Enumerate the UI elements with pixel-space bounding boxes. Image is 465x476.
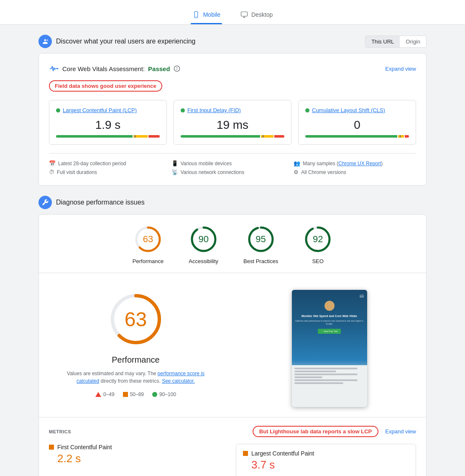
ss-bar-4 [294, 376, 322, 378]
vital-cls-bar-needs [398, 135, 404, 138]
vital-fid-value: 19 ms [181, 118, 284, 132]
section2-header: Diagnose performance issues [38, 196, 427, 209]
vital-lcp-bar-good [56, 135, 133, 138]
perf-left: 63 Performance Values are estimated and … [39, 290, 232, 407]
perf-calculator-link[interactable]: See calculator. [162, 378, 195, 384]
vital-fid-label[interactable]: First Input Delay (FID) [187, 107, 241, 113]
vital-lcp-bar-poor [148, 135, 160, 138]
legend-red-icon [95, 392, 101, 397]
chrome-ux-link[interactable]: Chrome UX Report [338, 161, 381, 166]
vital-fid-bar [181, 135, 284, 138]
vital-cls-bar-marker [400, 135, 401, 138]
metrics-label: METRICS [49, 429, 71, 434]
legend-orange: 50–89 [123, 392, 144, 397]
score-seo[interactable]: 92 SEO [303, 225, 332, 264]
vital-fid-bar-marker [263, 135, 263, 138]
slow-lcp-banner: But Lighthouse lab data reports a slow L… [253, 426, 378, 437]
vital-lcp-value: 1.9 s [56, 118, 160, 132]
vital-lcp-bar-needs [133, 135, 148, 138]
tab-desktop[interactable]: Desktop [239, 7, 274, 24]
ss-bar-3 [294, 374, 358, 375]
vital-cls-dot [305, 108, 309, 113]
section2-title: Diagnose performance issues [56, 199, 145, 206]
score-seo-circle: 92 [303, 225, 332, 254]
diagnose-card: 63 Performance 90 Accessibility [38, 214, 427, 476]
metric-lcp-name: Largest Contentful Paint [251, 450, 314, 457]
perf-desc-part2: directly from these metrics. [99, 378, 162, 384]
metrics-header-row: METRICS But Lighthouse lab data reports … [49, 426, 416, 437]
score-performance-value: 63 [143, 234, 153, 245]
data-note-col-2: 📱 Various mobile devices 📡 Various netwo… [171, 160, 294, 175]
ss-menu-bar [295, 295, 364, 297]
users-icon [41, 38, 49, 45]
metric-fcp: First Contentful Paint 2.2 s [49, 444, 229, 476]
tab-mobile-label: Mobile [203, 11, 220, 18]
main-content: Discover what your real users are experi… [32, 25, 433, 476]
vital-lcp-label[interactable]: Largest Contentful Paint (LCP) [63, 107, 137, 113]
svg-point-7 [57, 68, 59, 69]
calendar-icon: 📅 [49, 160, 56, 166]
score-seo-label: SEO [312, 258, 323, 264]
section1-header: Discover what your real users are experi… [38, 35, 427, 48]
note-samples: 👥 Many samples (Chrome UX Report) [294, 160, 416, 166]
metrics-grid: First Contentful Paint 2.2 s Largest Con… [49, 444, 416, 476]
vital-fid-bar-poor [274, 135, 284, 138]
url-origin-button[interactable]: Origin [400, 36, 426, 47]
ss-headline-text: Monitor Site Speed and Core Web Vitals [301, 314, 357, 318]
vital-cls-label[interactable]: Cumulative Layout Shift (CLS) [312, 107, 385, 113]
section1-header-left: Discover what your real users are experi… [38, 35, 195, 48]
score-performance-label: Performance [133, 258, 164, 264]
vital-fid-label-row: First Input Delay (FID) [181, 107, 284, 113]
metrics-expand-view[interactable]: Expand view [385, 428, 416, 435]
score-accessibility-label: Accessibility [189, 258, 218, 264]
ss-menu-line [360, 297, 364, 297]
cwv-expand-view[interactable]: Expand view [385, 66, 416, 72]
vital-fid: First Input Delay (FID) 19 ms [174, 100, 291, 145]
legend-orange-icon [123, 392, 128, 397]
legend-green: 90–100 [152, 392, 176, 397]
vital-lcp-bar [56, 135, 160, 138]
tab-mobile[interactable]: Mobile [191, 7, 222, 24]
vital-cls-bar [305, 135, 409, 138]
metric-lcp-icon [243, 451, 248, 456]
ss-subtext: Optimize web performance to improve user… [295, 320, 364, 325]
vital-lcp-dot [56, 108, 60, 113]
ss-bar-1 [294, 368, 358, 369]
score-best-practices[interactable]: 95 Best Practices [243, 225, 278, 264]
ss-bottom-area [292, 365, 367, 407]
data-note-col-1: 📅 Latest 28-day collection period ⏱ Full… [49, 160, 171, 175]
metric-fcp-name-row: First Contentful Paint [49, 444, 229, 450]
note-collection-text: Latest 28-day collection period [58, 161, 126, 166]
scores-row: 63 Performance 90 Accessibility [39, 215, 426, 273]
note-network: 📡 Various network connections [171, 169, 294, 175]
timer-icon: ⏱ [49, 169, 54, 175]
ss-menu-line [360, 295, 364, 295]
vital-cls-bar-good [305, 135, 397, 138]
legend-green-range: 90–100 [159, 392, 176, 397]
metric-lcp-name-row: Largest Contentful Paint [243, 450, 409, 457]
vital-lcp-label-row: Largest Contentful Paint (LCP) [56, 107, 160, 113]
chrome-icon: ⚙ [294, 169, 299, 175]
ss-bar-5 [294, 379, 358, 381]
vitals-grid: Largest Contentful Paint (LCP) 1.9 s Fir… [49, 100, 416, 145]
url-this-button[interactable]: This URL [365, 36, 400, 47]
score-seo-value: 92 [313, 234, 323, 245]
desktop-icon [240, 11, 248, 18]
perf-desc-part1: Values are estimated and may vary. The [67, 371, 158, 376]
legend-red: 0–49 [95, 392, 115, 397]
legend-red-range: 0–49 [103, 392, 115, 397]
ss-bear-logo [324, 301, 335, 311]
ss-bar-2 [294, 371, 337, 372]
score-accessibility[interactable]: 90 Accessibility [189, 225, 218, 264]
ss-bar-6 [294, 382, 344, 384]
vital-cls: Cumulative Layout Shift (CLS) 0 [298, 100, 416, 145]
vital-fid-dot [181, 108, 185, 113]
score-performance[interactable]: 63 Performance [133, 225, 164, 264]
section2-header-left: Diagnose performance issues [38, 196, 145, 209]
vital-lcp: Largest Contentful Paint (LCP) 1.9 s [49, 100, 167, 145]
url-buttons: This URL Origin [365, 36, 427, 48]
ss-cta-button[interactable]: → Start Free Trial [318, 329, 341, 334]
note-full-visit: ⏱ Full visit durations [49, 169, 171, 175]
info-icon[interactable] [174, 65, 180, 72]
note-mobile-text: Various mobile devices [181, 161, 232, 166]
